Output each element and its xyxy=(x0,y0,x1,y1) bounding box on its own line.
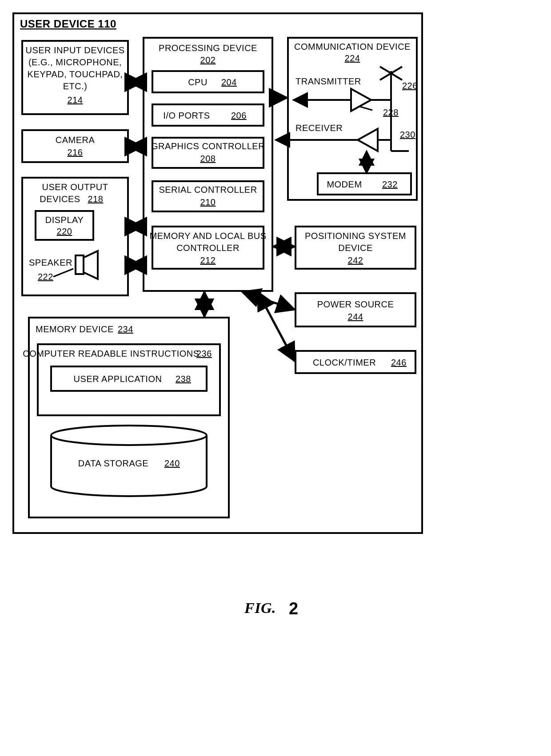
svg-text:236: 236 xyxy=(196,349,212,358)
svg-text:220: 220 xyxy=(57,227,72,236)
diagram-svg: USER DEVICE 110 USER INPUT DEVICES (E.G.… xyxy=(0,0,551,756)
svg-text:242: 242 xyxy=(348,255,363,265)
outer-title: USER DEVICE 110 xyxy=(20,18,116,30)
svg-rect-24 xyxy=(152,71,264,92)
block-memory-device: MEMORY DEVICE 234 COMPUTER READABLE INST… xyxy=(23,318,229,517)
svg-text:USER APPLICATION: USER APPLICATION xyxy=(74,374,162,384)
svg-text:228: 228 xyxy=(383,107,399,117)
svg-text:CPU: CPU xyxy=(188,77,208,87)
svg-text:226: 226 xyxy=(402,81,418,91)
svg-text:I/O PORTS: I/O PORTS xyxy=(163,111,210,120)
svg-text:238: 238 xyxy=(176,374,191,384)
svg-text:DEVICE: DEVICE xyxy=(338,243,372,253)
speaker-icon xyxy=(76,251,98,279)
svg-rect-21 xyxy=(144,38,272,291)
svg-text:MEMORY AND LOCAL BUS: MEMORY AND LOCAL BUS xyxy=(149,231,266,241)
svg-text:PROCESSING DEVICE: PROCESSING DEVICE xyxy=(159,43,257,53)
svg-text:222: 222 xyxy=(38,272,53,282)
svg-text:DEVICES: DEVICES xyxy=(40,194,80,204)
svg-rect-71 xyxy=(29,318,229,517)
block-power-source: POWER SOURCE 244 xyxy=(295,293,415,326)
svg-text:USER INPUT DEVICES: USER INPUT DEVICES xyxy=(25,45,124,55)
svg-text:DATA STORAGE: DATA STORAGE xyxy=(78,458,148,468)
svg-text:216: 216 xyxy=(68,147,83,157)
svg-text:GRAPHICS CONTROLLER: GRAPHICS CONTROLLER xyxy=(151,141,265,151)
svg-text:COMPUTER READABLE INSTRUCTIONS: COMPUTER READABLE INSTRUCTIONS xyxy=(23,349,199,358)
figure-label: FIG. xyxy=(244,600,276,616)
transmitter-amp-icon xyxy=(351,89,371,111)
svg-text:244: 244 xyxy=(348,312,363,322)
svg-text:SPEAKER: SPEAKER xyxy=(29,258,72,267)
svg-text:230: 230 xyxy=(400,130,415,139)
svg-line-91 xyxy=(242,292,295,310)
svg-text:SERIAL CONTROLLER: SERIAL CONTROLLER xyxy=(159,185,257,195)
connectors xyxy=(129,82,295,361)
svg-text:224: 224 xyxy=(345,53,360,63)
block-clock-timer: CLOCK/TIMER 246 xyxy=(295,351,415,373)
svg-point-80 xyxy=(51,426,207,445)
svg-text:POSITIONING SYSTEM: POSITIONING SYSTEM xyxy=(305,231,406,241)
svg-text:206: 206 xyxy=(231,111,247,120)
receiver-amp-icon xyxy=(358,129,378,151)
svg-text:234: 234 xyxy=(118,324,133,334)
svg-text:232: 232 xyxy=(382,179,398,189)
block-user-output: USER OUTPUT DEVICES 218 DISPLAY 220 SPEA… xyxy=(22,178,128,295)
svg-text:POWER SOURCE: POWER SOURCE xyxy=(317,299,394,309)
svg-text:(E.G., MICROPHONE,: (E.G., MICROPHONE, xyxy=(28,57,122,67)
svg-text:212: 212 xyxy=(200,255,216,265)
svg-text:RECEIVER: RECEIVER xyxy=(295,123,343,133)
svg-text:KEYPAD, TOUCHPAD,: KEYPAD, TOUCHPAD, xyxy=(28,69,123,79)
figure-number: 2 xyxy=(289,599,299,618)
svg-text:TRANSMITTER: TRANSMITTER xyxy=(295,76,361,86)
svg-text:COMMUNICATION DEVICE: COMMUNICATION DEVICE xyxy=(294,42,411,52)
svg-text:CAMERA: CAMERA xyxy=(56,135,95,145)
block-communication-device: COMMUNICATION DEVICE 224 TRANSMITTER REC… xyxy=(276,38,418,200)
svg-text:240: 240 xyxy=(164,458,180,468)
svg-text:MODEM: MODEM xyxy=(327,179,362,189)
svg-text:214: 214 xyxy=(68,95,83,105)
block-camera: CAMERA 216 xyxy=(22,130,128,162)
svg-text:MEMORY DEVICE: MEMORY DEVICE xyxy=(36,324,114,334)
svg-text:204: 204 xyxy=(221,77,237,87)
block-user-input: USER INPUT DEVICES (E.G., MICROPHONE, KE… xyxy=(22,41,128,114)
svg-text:ETC.): ETC.) xyxy=(63,81,88,91)
svg-text:CONTROLLER: CONTROLLER xyxy=(176,243,240,253)
svg-rect-20 xyxy=(76,255,84,274)
svg-text:218: 218 xyxy=(88,194,104,204)
block-positioning-system: POSITIONING SYSTEM DEVICE 242 xyxy=(295,227,415,269)
svg-text:CLOCK/TIMER: CLOCK/TIMER xyxy=(313,358,376,367)
svg-text:208: 208 xyxy=(200,154,216,163)
block-processing-device: PROCESSING DEVICE 202 CPU 204 I/O PORTS … xyxy=(144,38,272,291)
svg-text:246: 246 xyxy=(391,358,407,367)
svg-text:210: 210 xyxy=(200,197,216,207)
svg-text:DISPLAY: DISPLAY xyxy=(45,215,84,225)
svg-text:202: 202 xyxy=(200,55,216,65)
svg-text:USER OUTPUT: USER OUTPUT xyxy=(42,182,108,192)
svg-line-52 xyxy=(360,107,372,110)
svg-line-19 xyxy=(53,269,73,277)
